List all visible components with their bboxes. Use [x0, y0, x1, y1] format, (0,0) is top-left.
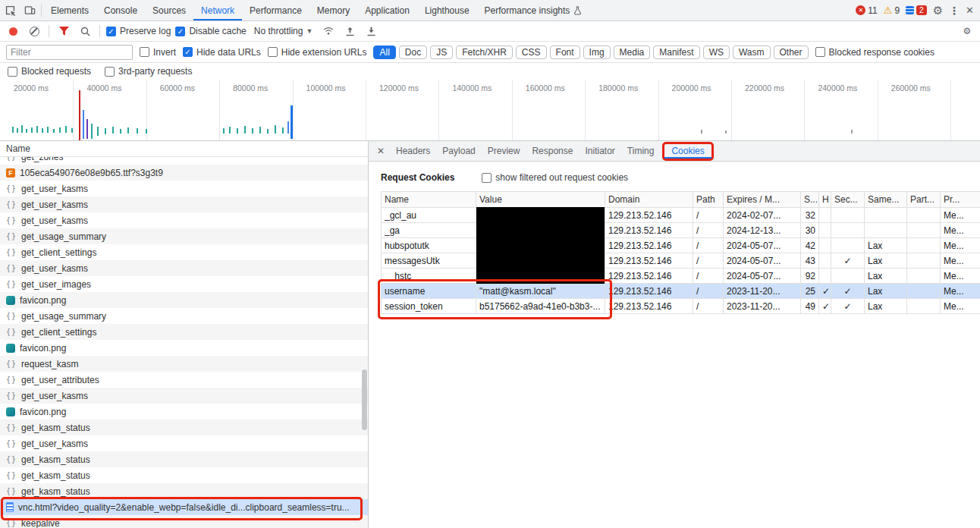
detail-tab-headers[interactable]: Headers [390, 142, 436, 161]
chip-fetch-xhr[interactable]: Fetch/XHR [456, 46, 513, 59]
tab-memory[interactable]: Memory [309, 1, 357, 20]
tab-elements[interactable]: Elements [43, 1, 96, 20]
hide-data-urls-checkbox[interactable]: Hide data URLs [183, 47, 261, 58]
tab-console[interactable]: Console [96, 1, 145, 20]
request-row[interactable]: favicon.png [0, 340, 368, 356]
close-devtools-icon[interactable]: ✕ [966, 5, 974, 16]
filter-toggle-button[interactable] [55, 23, 72, 39]
chip-js[interactable]: JS [430, 46, 453, 59]
chip-all[interactable]: All [373, 46, 395, 59]
request-row[interactable]: {}get_user_images [0, 276, 368, 292]
cookie-column-header[interactable]: Value [476, 192, 605, 208]
chip-img[interactable]: Img [583, 46, 611, 59]
third-party-requests-checkbox[interactable]: 3rd-party requests [105, 66, 192, 77]
chip-ws[interactable]: WS [703, 46, 730, 59]
settings-gear-icon[interactable]: ⚙ [933, 4, 943, 17]
scrollbar-thumb[interactable] [362, 369, 367, 430]
request-row[interactable]: {}get_kasm_status [0, 420, 368, 435]
cookie-row[interactable]: session_tokenb5175662-a9ad-41e0-b3b3-...… [382, 299, 980, 314]
cookie-column-header[interactable]: Sec... [831, 192, 865, 208]
request-row[interactable]: {}get_zones [0, 157, 368, 165]
throttling-dropdown[interactable]: No throttling▼ [251, 26, 316, 36]
cookie-column-header[interactable]: Expires / M... [724, 192, 801, 208]
cookie-column-header[interactable]: Pr... [941, 192, 980, 208]
detail-tab-initiator[interactable]: Initiator [579, 142, 620, 161]
detail-tab-preview[interactable]: Preview [482, 142, 526, 161]
hide-extension-urls-checkbox[interactable]: Hide extension URLs [268, 47, 367, 58]
request-row[interactable]: F105eca549076e08e9b65.ttf?s3g3t9 [0, 165, 368, 181]
request-row[interactable]: {}get_client_settings [0, 324, 368, 340]
request-row[interactable]: {}get_user_kasms [0, 388, 368, 404]
detail-tab-payload[interactable]: Payload [436, 142, 481, 161]
request-row[interactable]: {}get_kasm_status [0, 483, 368, 499]
chip-doc[interactable]: Doc [399, 46, 427, 59]
request-row[interactable]: {}request_kasm [0, 356, 368, 372]
chip-css[interactable]: CSS [516, 46, 547, 59]
network-conditions-button[interactable] [320, 23, 337, 39]
cookie-column-header[interactable]: S... [801, 192, 819, 208]
cookie-column-header[interactable]: Same... [865, 192, 907, 208]
request-row[interactable]: favicon.png [0, 404, 368, 420]
clear-network-log-button[interactable] [26, 23, 42, 39]
request-row[interactable]: favicon.png [0, 292, 368, 308]
request-row[interactable]: vnc.html?video_quality=2&enable_webp=fal… [0, 499, 368, 515]
blocked-requests-checkbox[interactable]: Blocked requests [8, 66, 91, 77]
tab-sources[interactable]: Sources [145, 1, 193, 20]
device-toolbar-icon[interactable] [20, 0, 39, 20]
chip-manifest[interactable]: Manifest [653, 46, 699, 59]
cookie-row[interactable]: messagesUtk129.213.52.146/2024-05-07...4… [382, 253, 980, 269]
request-row[interactable]: {}get_user_kasms [0, 435, 368, 451]
request-row[interactable]: {}get_usage_summary [0, 308, 368, 324]
issues-badge[interactable]: 2 [906, 5, 927, 15]
inspect-element-icon[interactable] [0, 0, 20, 20]
cookie-column-header[interactable]: H [819, 192, 831, 208]
tab-performance[interactable]: Performance [242, 1, 309, 20]
cookie-column-header[interactable]: Domain [605, 192, 693, 208]
cookie-column-header[interactable]: Part... [907, 192, 941, 208]
request-row[interactable]: {}get_user_attributes [0, 372, 368, 388]
detail-tab-response[interactable]: Response [526, 142, 579, 161]
tab-performance-insights[interactable]: Performance insights [477, 1, 590, 20]
detail-tab-cookies[interactable]: Cookies [664, 144, 711, 159]
close-details-icon[interactable]: ✕ [372, 146, 390, 156]
chip-font[interactable]: Font [550, 46, 580, 59]
show-filtered-cookies-checkbox[interactable]: show filtered out request cookies [482, 172, 628, 183]
disable-cache-checkbox[interactable]: Disable cache [175, 26, 246, 36]
name-column-header[interactable]: Name [0, 141, 368, 157]
cookie-row[interactable]: username"matt@kasm.local"129.213.52.146/… [382, 284, 980, 299]
request-row[interactable]: {}get_kasm_status [0, 467, 368, 483]
record-network-log-button[interactable] [5, 23, 21, 39]
search-button[interactable] [77, 23, 93, 39]
tab-application[interactable]: Application [357, 1, 417, 20]
export-har-button[interactable] [341, 23, 358, 39]
request-row[interactable]: {}get_kasm_status [0, 451, 368, 467]
request-row[interactable]: {}get_usage_summary [0, 228, 368, 244]
cookie-row[interactable]: __hstc129.213.52.146/2024-05-07...92LaxM… [382, 269, 980, 284]
kebab-menu-icon[interactable]: ⋮ [949, 5, 960, 17]
filter-input[interactable] [6, 45, 133, 60]
cookie-column-header[interactable]: Path [693, 192, 724, 208]
error-badge[interactable]: 11 [856, 5, 877, 16]
tab-network[interactable]: Network [193, 1, 242, 20]
cookie-column-header[interactable]: Name [382, 192, 476, 208]
chip-other[interactable]: Other [774, 46, 809, 59]
invert-checkbox[interactable]: Invert [140, 47, 176, 58]
request-row[interactable]: {}get_user_kasms [0, 181, 368, 196]
request-row[interactable]: {}get_client_settings [0, 244, 368, 260]
request-row[interactable]: {}get_user_kasms [0, 196, 368, 212]
warning-badge[interactable]: ⚠9 [884, 5, 900, 16]
tab-lighthouse[interactable]: Lighthouse [417, 1, 477, 20]
timeline-overview[interactable]: 20000 ms40000 ms60000 ms80000 ms100000 m… [0, 80, 980, 141]
cookie-row[interactable]: hubspotutk129.213.52.146/2024-05-07...42… [382, 238, 980, 253]
chip-media[interactable]: Media [614, 46, 651, 59]
request-row[interactable]: {}keepalive [0, 515, 368, 528]
network-settings-gear-icon[interactable]: ⚙ [959, 23, 975, 39]
request-row[interactable]: {}get_user_kasms [0, 212, 368, 228]
import-har-button[interactable] [363, 23, 379, 39]
preserve-log-checkbox[interactable]: Preserve log [106, 26, 171, 36]
blocked-response-cookies-checkbox[interactable]: Blocked response cookies [815, 47, 934, 58]
request-row[interactable]: {}get_user_kasms [0, 260, 368, 276]
cookie-row[interactable]: _gcl_au129.213.52.146/2024-02-07...32Me.… [382, 208, 980, 223]
detail-tab-timing[interactable]: Timing [621, 142, 661, 161]
cookie-row[interactable]: _ga129.213.52.146/2024-12-13...30Me... [382, 223, 980, 238]
